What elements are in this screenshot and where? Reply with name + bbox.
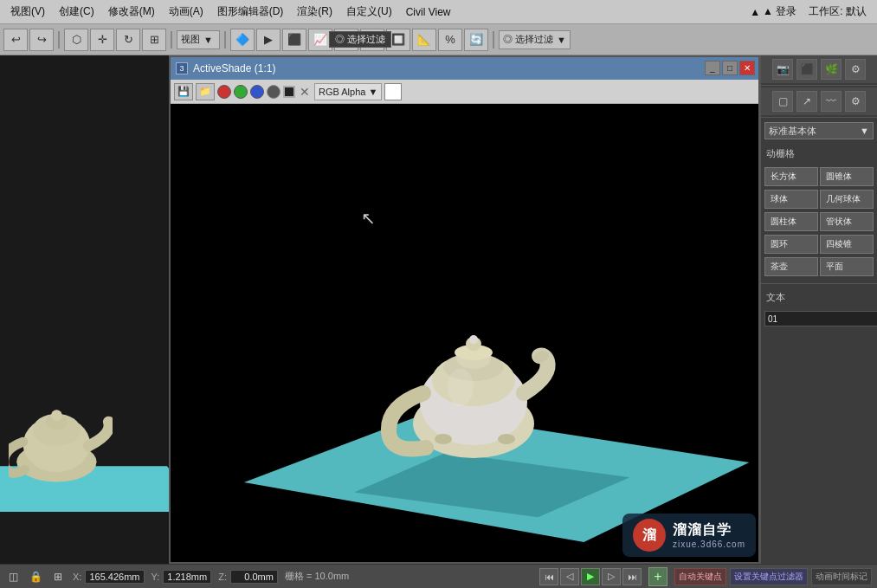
- spinner-snap-button[interactable]: 🔄: [464, 29, 488, 51]
- z-coord-group: Z: 0.0mm: [218, 570, 278, 584]
- save-button[interactable]: 💾: [174, 83, 193, 100]
- y-coord-group: Y: 1.218mm: [152, 570, 212, 584]
- menu-animation[interactable]: 动画(A): [162, 3, 210, 21]
- color-blue[interactable]: [250, 85, 264, 99]
- menu-view[interactable]: 视图(V): [3, 3, 52, 21]
- dot-marker[interactable]: [283, 86, 295, 98]
- toolbar-divider-1: [58, 31, 60, 48]
- render-button[interactable]: ▶: [256, 29, 281, 51]
- torus-button[interactable]: 圆环: [764, 235, 818, 254]
- prev-frame-button[interactable]: ◁: [560, 568, 579, 585]
- y-label: Y:: [152, 572, 160, 582]
- menu-customize[interactable]: 自定义(U): [339, 3, 399, 21]
- menu-create[interactable]: 创建(C): [52, 3, 101, 21]
- add-time-button[interactable]: +: [648, 567, 667, 586]
- playback-controls: ⏮ ◁ ▶ ▷ ⏭: [539, 568, 642, 585]
- panel-icon-wave[interactable]: 〰: [821, 91, 842, 112]
- btn-row-2: 球体 几何球体: [764, 190, 874, 210]
- object-id-input[interactable]: [764, 311, 877, 326]
- go-to-end-button[interactable]: ⏭: [622, 568, 642, 585]
- btn-row-4: 圆环 四棱锥: [764, 235, 874, 255]
- btn-row-1: 长方体 圆锥体: [764, 167, 874, 188]
- plane-button[interactable]: 平面: [820, 257, 874, 276]
- teapot-left-partial: [9, 373, 113, 494]
- close-x-button[interactable]: ✕: [300, 85, 310, 99]
- sphere-button[interactable]: 球体: [764, 190, 818, 209]
- panel-icon-render[interactable]: ⬛: [796, 59, 817, 80]
- filter-dropdown-arrow: ▼: [557, 35, 566, 45]
- cylinder-button[interactable]: 圆柱体: [764, 212, 818, 231]
- selection-icon[interactable]: ◫: [5, 569, 21, 585]
- left-viewport[interactable]: [0, 55, 169, 564]
- z-value: 0.0mm: [230, 570, 278, 584]
- object-type-dropdown[interactable]: 标准基本体 ▼: [764, 122, 874, 139]
- panel-icon-settings[interactable]: ⚙: [845, 59, 866, 80]
- panel-icons-top: 📷 ⬛ 🌿 ⚙: [761, 55, 877, 83]
- redo-button[interactable]: ↪: [29, 29, 54, 51]
- play-button[interactable]: ▶: [581, 568, 600, 585]
- auto-key-button[interactable]: 自动关键点: [674, 568, 726, 585]
- render-setup-button[interactable]: 🔷: [230, 29, 255, 51]
- color-grey[interactable]: [267, 85, 281, 99]
- panel-icons-second: ▢ ↗ 〰 ⚙: [761, 87, 877, 115]
- grid-section-label: 动栅格: [766, 145, 872, 162]
- activeshade-toolbar: 💾 📁 ✕ RGB Alpha ▼: [171, 80, 758, 104]
- percent-snap-button[interactable]: %: [438, 29, 462, 51]
- box-button[interactable]: 长方体: [764, 167, 818, 186]
- next-frame-button[interactable]: ▷: [602, 568, 621, 585]
- workspace-dropdown[interactable]: 工作区: 默认: [802, 3, 874, 21]
- login-button[interactable]: ▲ ▲ 登录: [750, 4, 796, 19]
- close-button[interactable]: ✕: [739, 61, 755, 75]
- minimize-button[interactable]: _: [705, 61, 720, 75]
- rotate-button[interactable]: ↻: [116, 29, 140, 51]
- activeshade-title: ActiveShade (1:1): [193, 62, 275, 74]
- material-editor-button[interactable]: ⬛: [282, 29, 306, 51]
- panel-divider-1: [761, 85, 877, 86]
- filter-dropdown-label: ◎ 选择过滤: [503, 33, 553, 46]
- angle-snap-button[interactable]: 📐: [412, 29, 436, 51]
- select-button[interactable]: ⬡: [64, 29, 88, 51]
- teapot-button[interactable]: 茶壶: [764, 257, 818, 276]
- activeshade-titlebar[interactable]: 3 ActiveShade (1:1) _ □ ✕: [171, 57, 758, 80]
- grid-icon[interactable]: ⊞: [50, 569, 66, 585]
- pyramid-button[interactable]: 四棱锥: [820, 235, 874, 254]
- panel-section-grid: 动栅格: [761, 142, 877, 165]
- folder-button[interactable]: 📁: [196, 83, 215, 100]
- cone-button[interactable]: 圆锥体: [820, 167, 874, 186]
- activeshade-window: 3 ActiveShade (1:1) _ □ ✕ 💾 📁 ✕ RGB Alph…: [169, 55, 760, 564]
- menu-civil-view[interactable]: Civil View: [399, 4, 458, 20]
- scale-button[interactable]: ⊞: [142, 29, 166, 51]
- lock-icon[interactable]: 🔒: [28, 569, 43, 585]
- floating-filter-label: ◎ 选择过滤: [329, 31, 391, 48]
- object-type-arrow: ▼: [860, 126, 869, 136]
- svg-point-17: [435, 434, 452, 444]
- menu-render[interactable]: 渲染(R): [290, 3, 339, 21]
- geosphere-button[interactable]: 几何球体: [820, 190, 874, 209]
- activeshade-canvas[interactable]: ↖: [171, 104, 758, 562]
- go-to-start-button[interactable]: ⏮: [539, 568, 558, 585]
- color-green[interactable]: [234, 85, 248, 99]
- menu-graph-editor[interactable]: 图形编辑器(D): [210, 3, 291, 21]
- svg-point-19: [448, 368, 474, 406]
- panel-dropdown-area: 标准基本体 ▼: [761, 120, 877, 142]
- color-preview[interactable]: [384, 83, 402, 100]
- maximize-button[interactable]: □: [722, 61, 738, 75]
- panel-icon-config[interactable]: ⚙: [845, 91, 866, 112]
- panel-icon-arrow[interactable]: ↗: [796, 91, 817, 112]
- menu-modifier[interactable]: 修改器(M): [101, 3, 162, 21]
- filter-dropdown[interactable]: ◎ 选择过滤 ▼: [499, 30, 571, 49]
- panel-icon-select[interactable]: ▢: [772, 91, 793, 112]
- panel-icon-env[interactable]: 🌿: [821, 59, 842, 80]
- watermark-sub-text: zixue.3d66.com: [673, 540, 745, 549]
- panel-icon-camera[interactable]: 📷: [772, 59, 793, 80]
- toolbar-divider-4: [493, 31, 494, 48]
- set-key-filter-button[interactable]: 设置关键点过滤器: [730, 568, 808, 585]
- view-dropdown[interactable]: 视图 ▼: [177, 30, 220, 49]
- undo-button[interactable]: ↩: [3, 29, 28, 51]
- move-button[interactable]: ✛: [90, 29, 114, 51]
- color-red[interactable]: [217, 85, 231, 99]
- tube-button[interactable]: 管状体: [820, 212, 874, 231]
- channel-dropdown[interactable]: RGB Alpha ▼: [314, 83, 382, 100]
- grid-label: 栅格 = 10.0mm: [285, 570, 349, 583]
- panel-divider-3: [761, 283, 877, 284]
